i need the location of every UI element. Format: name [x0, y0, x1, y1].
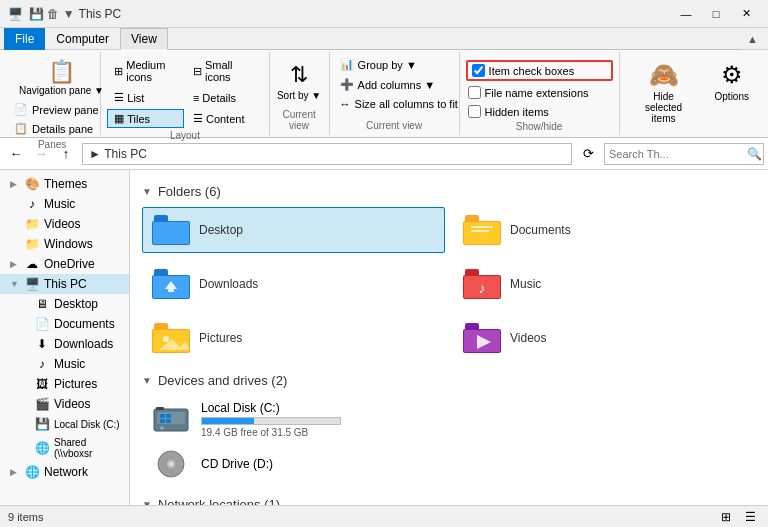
sidebar-item-music2[interactable]: ♪ Music	[0, 354, 129, 374]
preview-pane-button[interactable]: 📄 Preview pane	[10, 101, 103, 118]
shared-icon: 🌐	[34, 441, 50, 455]
file-name-extensions-row[interactable]: File name extensions	[466, 85, 613, 100]
refresh-button[interactable]: ⟳	[576, 142, 600, 166]
item-check-boxes-row[interactable]: Item check boxes	[466, 60, 613, 81]
details-pane-button[interactable]: 📋 Details pane	[10, 120, 97, 137]
details-pane-icon: 📋	[14, 122, 28, 135]
tab-file[interactable]: File	[4, 28, 45, 50]
svg-rect-2	[153, 222, 189, 244]
sidebar-item-label: Desktop	[54, 297, 98, 311]
tab-computer[interactable]: Computer	[45, 28, 120, 50]
content-btn[interactable]: ☰Content	[186, 109, 263, 128]
svg-rect-29	[156, 407, 164, 410]
drive-item-d[interactable]: CD Drive (D:)	[142, 443, 756, 485]
maximize-button[interactable]: □	[702, 5, 730, 23]
forward-button[interactable]: →	[29, 142, 53, 166]
small-icons-btn[interactable]: ⊟Small icons	[186, 56, 263, 86]
network-section-title: Network locations (1)	[158, 497, 280, 505]
list-view-button[interactable]: ☰	[740, 508, 760, 526]
search-icon: 🔍	[747, 147, 762, 161]
sidebar-item-desktop[interactable]: 🖥 Desktop	[0, 294, 129, 314]
list-btn[interactable]: ☰List	[107, 88, 184, 107]
quick-access-icons: 💾 🗑 ▼	[29, 7, 75, 21]
back-button[interactable]: ←	[4, 142, 28, 166]
address-path-text: ►	[89, 147, 104, 161]
folders-section-header[interactable]: ▼ Folders (6)	[142, 184, 756, 199]
minimize-button[interactable]: —	[672, 5, 700, 23]
address-path[interactable]: ► This PC	[82, 143, 572, 165]
sidebar-item-thispc[interactable]: ▼ 🖥️ This PC	[0, 274, 129, 294]
medium-icons-btn[interactable]: ⊞Medium icons	[107, 56, 184, 86]
sidebar-item-localdisk[interactable]: 💾 Local Disk (C:)	[0, 414, 129, 434]
sidebar-item-shared[interactable]: 🌐 Shared (\\vboxsr	[0, 434, 129, 462]
sidebar-item-music[interactable]: ♪ Music	[0, 194, 129, 214]
svg-rect-1	[154, 215, 168, 223]
svg-rect-30	[160, 414, 165, 418]
ribbon-collapse-btn[interactable]: ▲	[741, 30, 764, 48]
close-button[interactable]: ✕	[732, 5, 760, 23]
ribbon-tabs: File Computer View ▲	[0, 28, 768, 50]
svg-rect-9	[154, 269, 168, 277]
sidebar-item-downloads[interactable]: ⬇ Downloads	[0, 334, 129, 354]
expand-icon: ▼	[10, 279, 20, 289]
search-input[interactable]	[609, 148, 747, 160]
sidebar-item-videos2[interactable]: 🎬 Videos	[0, 394, 129, 414]
group-by-btn[interactable]: 📊 Group by ▼	[336, 56, 453, 73]
file-name-extensions-checkbox[interactable]	[468, 86, 481, 99]
folder-item-music[interactable]: ♪ Music	[453, 261, 756, 307]
sidebar-item-windows[interactable]: 📁 Windows	[0, 234, 129, 254]
file-content: ▼ Folders (6) Desktop	[130, 170, 768, 505]
tab-view[interactable]: View	[120, 28, 168, 50]
current-view-group-label: Current view	[336, 118, 453, 131]
sidebar-item-documents[interactable]: 📄 Documents	[0, 314, 129, 334]
sidebar-item-videos[interactable]: 📁 Videos	[0, 214, 129, 234]
desktop-icon: 🖥	[34, 297, 50, 311]
title-bar-app-icon: 🖥️	[8, 7, 23, 21]
folder-item-downloads[interactable]: Downloads	[142, 261, 445, 307]
folder-item-pictures[interactable]: Pictures	[142, 315, 445, 361]
add-columns-btn[interactable]: ➕ Add columns ▼	[336, 76, 453, 93]
showhide-group-label: Show/hide	[466, 119, 613, 132]
svg-rect-18	[154, 323, 168, 331]
details-btn[interactable]: ≡Details	[186, 88, 263, 107]
drive-c-info: Local Disk (C:) 19.4 GB free of 31.5 GB	[201, 401, 747, 438]
navigation-pane-label: Navigation pane ▼	[19, 85, 104, 96]
status-bar-right: ⊞ ☰	[716, 508, 760, 526]
drive-item-c[interactable]: Local Disk (C:) 19.4 GB free of 31.5 GB	[142, 396, 756, 443]
tiles-btn[interactable]: ▦Tiles	[107, 109, 184, 128]
sidebar-item-label: Videos	[44, 217, 80, 231]
videos-folder-icon	[462, 322, 502, 354]
themes-icon: 🎨	[24, 177, 40, 191]
hidden-items-checkbox[interactable]	[468, 105, 481, 118]
folder-name-desktop: Desktop	[199, 223, 243, 237]
ribbon-group-panes: 📋 Navigation pane ▼ 📄 Preview pane 📋 Det…	[4, 52, 101, 135]
sidebar-item-onedrive[interactable]: ▶ ☁ OneDrive	[0, 254, 129, 274]
item-check-boxes-checkbox[interactable]	[472, 64, 485, 77]
hide-selected-button[interactable]: 🙈 Hide selected items	[626, 56, 702, 129]
documents-icon: 📄	[34, 317, 50, 331]
music2-icon: ♪	[34, 357, 50, 371]
current-view-label: Current view	[276, 107, 323, 131]
thispc-icon: 🖥️	[24, 277, 40, 291]
options-button[interactable]: ⚙ Options	[706, 56, 758, 129]
svg-text:♪: ♪	[479, 280, 486, 296]
up-button[interactable]: ↑	[54, 142, 78, 166]
folder-item-videos[interactable]: Videos	[453, 315, 756, 361]
sidebar-item-pictures[interactable]: 🖼 Pictures	[0, 374, 129, 394]
desktop-folder-icon	[151, 214, 191, 246]
sidebar-item-themes[interactable]: ▶ 🎨 Themes	[0, 174, 129, 194]
sort-by-button[interactable]: ⇅ Sort by ▼	[277, 56, 321, 107]
hidden-items-row[interactable]: Hidden items	[466, 104, 613, 119]
videos2-icon: 🎬	[34, 397, 50, 411]
navigation-pane-button[interactable]: 📋 Navigation pane ▼	[10, 56, 113, 99]
network-section-header[interactable]: ▼ Network locations (1)	[142, 497, 756, 505]
search-box[interactable]: 🔍	[604, 143, 764, 165]
folder-item-desktop[interactable]: Desktop	[142, 207, 445, 253]
svg-point-20	[163, 336, 169, 342]
drives-section-header[interactable]: ▼ Devices and drives (2)	[142, 373, 756, 388]
grid-view-button[interactable]: ⊞	[716, 508, 736, 526]
size-all-columns-btn[interactable]: ↔ Size all columns to fit	[336, 96, 453, 112]
sidebar-item-network[interactable]: ▶ 🌐 Network	[0, 462, 129, 482]
network-chevron-icon: ▼	[142, 499, 152, 505]
folder-item-documents[interactable]: Documents	[453, 207, 756, 253]
